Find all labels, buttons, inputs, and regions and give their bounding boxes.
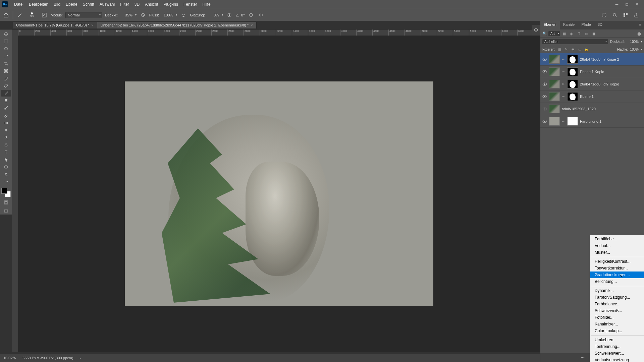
- filter-shape-icon[interactable]: ▭: [584, 31, 590, 36]
- brush-panel-toggle-icon[interactable]: [41, 11, 48, 19]
- context-menu-item[interactable]: Kanalmixer...: [590, 321, 644, 327]
- layer-name[interactable]: Farbfüllung 1: [580, 119, 642, 123]
- close-icon[interactable]: ×: [251, 23, 253, 27]
- filter-smart-icon[interactable]: ▣: [591, 31, 597, 36]
- more-tools-icon[interactable]: ⋯: [1, 178, 11, 185]
- symmetry-icon[interactable]: [257, 11, 265, 19]
- maximize-button[interactable]: □: [622, 1, 632, 8]
- context-menu-item[interactable]: Dynamik...: [590, 287, 644, 294]
- context-menu-item[interactable]: Schwellenwert...: [590, 350, 644, 357]
- document-tab[interactable]: Unbenannt-2 bei 16% (26ab471dd8dc52b956c…: [97, 22, 257, 28]
- workspace-icon[interactable]: [622, 11, 629, 19]
- context-menu-item[interactable]: Umkehren: [590, 337, 644, 343]
- heal-tool-icon[interactable]: [1, 82, 11, 89]
- frame-tool-icon[interactable]: [1, 68, 11, 74]
- color-swatch[interactable]: [1, 188, 11, 197]
- mask-thumbnail[interactable]: [567, 80, 578, 88]
- canvas[interactable]: [18, 36, 540, 352]
- visibility-toggle-icon[interactable]: [542, 57, 547, 62]
- layer-blend-dropdown[interactable]: Aufhellen: [542, 39, 608, 44]
- lock-pos-icon[interactable]: ✥: [571, 47, 575, 52]
- pressure-size-icon[interactable]: [247, 11, 255, 19]
- hand-tool-icon[interactable]: [1, 171, 11, 178]
- cloud-docs-icon[interactable]: [600, 11, 608, 19]
- menu-item[interactable]: Ansicht: [142, 2, 161, 7]
- menu-item[interactable]: Fenster: [181, 2, 200, 7]
- pen-tool-icon[interactable]: [1, 141, 11, 148]
- eraser-tool-icon[interactable]: [1, 112, 11, 119]
- flow-input[interactable]: 100%: [162, 13, 173, 17]
- opacity-input[interactable]: 35%: [121, 13, 132, 17]
- lasso-tool-icon[interactable]: [1, 46, 11, 52]
- layer-thumbnail[interactable]: [549, 117, 560, 126]
- filter-toggle-icon[interactable]: ⬤: [636, 31, 642, 36]
- context-menu-item[interactable]: Farbfläche...: [590, 236, 644, 242]
- layer-opacity-input[interactable]: 100%: [627, 40, 639, 44]
- stamp-tool-icon[interactable]: [1, 97, 11, 104]
- layer-thumbnail[interactable]: [549, 55, 560, 64]
- type-tool-icon[interactable]: [1, 149, 11, 156]
- lock-artboard-icon[interactable]: ▭: [577, 47, 582, 52]
- layer-row[interactable]: ⚯26ab471dd8...df7 Kopie: [540, 78, 644, 90]
- layer-name[interactable]: 26ab471dd8...7 Kopie 2: [580, 57, 642, 61]
- mask-thumbnail[interactable]: [567, 92, 578, 101]
- eyedropper-tool-icon[interactable]: [1, 75, 11, 82]
- filter-type-dropdown[interactable]: Art: [548, 31, 560, 36]
- blur-tool-icon[interactable]: [1, 127, 11, 133]
- close-button[interactable]: ✕: [632, 1, 642, 8]
- minimize-button[interactable]: ─: [612, 1, 622, 8]
- history-brush-icon[interactable]: [1, 105, 11, 111]
- tab-layers[interactable]: Ebenen: [540, 21, 560, 29]
- home-icon[interactable]: [2, 11, 10, 19]
- menu-item[interactable]: 3D: [132, 2, 142, 7]
- search-icon[interactable]: [611, 11, 619, 19]
- context-menu-item[interactable]: Verlaufsumsetzung...: [590, 357, 644, 362]
- smoothing-input[interactable]: 0%: [208, 13, 219, 17]
- brush-tool-icon[interactable]: [16, 11, 23, 19]
- brush-size-preview[interactable]: 98: [26, 11, 38, 19]
- layer-name[interactable]: 26ab471dd8...df7 Kopie: [580, 82, 642, 86]
- path-select-icon[interactable]: [1, 156, 11, 163]
- fill-input[interactable]: 100%: [630, 48, 639, 51]
- smoothing-options-icon[interactable]: [226, 11, 233, 19]
- visibility-toggle-icon[interactable]: [542, 119, 547, 124]
- context-menu-item[interactable]: Helligkeit/Kontrast...: [590, 258, 644, 265]
- menu-item[interactable]: Schrift: [80, 2, 97, 7]
- layer-row[interactable]: ⚯Farbfüllung 1: [540, 115, 644, 128]
- visibility-toggle-icon[interactable]: [542, 94, 547, 99]
- angle-value[interactable]: 0°: [241, 13, 245, 17]
- mask-link-icon[interactable]: ⚯: [562, 58, 565, 61]
- filter-adjust-icon[interactable]: ◐: [569, 31, 575, 36]
- menu-item[interactable]: Filter: [117, 2, 132, 7]
- filter-pixel-icon[interactable]: ▦: [561, 31, 568, 36]
- context-menu-item[interactable]: Schwarzweiß...: [590, 307, 644, 314]
- close-icon[interactable]: ×: [91, 23, 93, 27]
- tab-channels[interactable]: Kanäle: [560, 21, 578, 29]
- mask-link-icon[interactable]: ⚯: [562, 82, 565, 86]
- link-layers-icon[interactable]: ⚯: [580, 355, 586, 361]
- lock-trans-icon[interactable]: ▦: [557, 47, 562, 52]
- blend-mode-dropdown[interactable]: Normal: [65, 12, 102, 18]
- dodge-tool-icon[interactable]: [1, 134, 11, 141]
- layer-thumbnail[interactable]: [549, 80, 560, 88]
- properties-icon[interactable]: [532, 26, 540, 34]
- layer-name[interactable]: adult-1852908_1920: [562, 107, 642, 111]
- layer-name[interactable]: Ebene 1 Kopie: [580, 70, 642, 74]
- panel-menu-icon[interactable]: ≡: [637, 21, 644, 29]
- wand-tool-icon[interactable]: [1, 53, 11, 60]
- pressure-opacity-icon[interactable]: [139, 11, 147, 19]
- menu-item[interactable]: Plug-ins: [161, 2, 181, 7]
- zoom-value[interactable]: 16.02%: [3, 356, 16, 360]
- brush-tool-icon[interactable]: [1, 90, 11, 97]
- context-menu-item[interactable]: Farbton/Sättigung...: [590, 294, 644, 301]
- context-menu-item[interactable]: Color Lookup...: [590, 327, 644, 334]
- layer-thumbnail[interactable]: [549, 105, 560, 113]
- mask-thumbnail[interactable]: [567, 55, 578, 64]
- context-menu-item[interactable]: Farbbalance...: [590, 301, 644, 307]
- context-menu-item[interactable]: Belichtung...: [590, 278, 644, 285]
- menu-item[interactable]: Auswahl: [97, 2, 117, 7]
- layer-row[interactable]: adult-1852908_1920: [540, 103, 644, 115]
- share-icon[interactable]: [633, 11, 640, 19]
- visibility-toggle-icon[interactable]: [542, 82, 547, 86]
- document-tab[interactable]: Unbenannt-1 bei 18,7% (Gruppe 1, RGB/8) …: [13, 22, 97, 28]
